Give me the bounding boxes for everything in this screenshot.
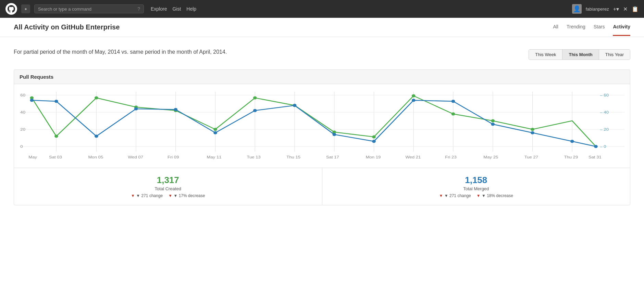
- github-logo[interactable]: [5, 3, 17, 15]
- top-navigation: ● ? Explore Gist Help 👤 fabianperez +▾ ✕…: [0, 0, 644, 18]
- period-description: For partial period of the month of May, …: [14, 48, 227, 56]
- created-change1-text: ▼ 271 change: [136, 193, 163, 198]
- total-merged-label: Total Merged: [328, 186, 625, 191]
- search-bar[interactable]: ?: [34, 4, 144, 13]
- chart-area: 60 40 20 0 – 60 – 40 – 20 – 0: [14, 84, 630, 164]
- down-arrow-icon3: ▼: [439, 193, 443, 198]
- down-arrow-icon1: ▼: [131, 193, 135, 198]
- svg-point-46: [253, 109, 257, 112]
- svg-point-32: [253, 96, 257, 100]
- this-year-button[interactable]: This Year: [599, 50, 630, 60]
- svg-point-27: [54, 135, 58, 138]
- pull-requests-chart-card: Pull Requests 60 40 20 0 – 60 – 40: [14, 69, 630, 205]
- svg-text:Wed 07: Wed 07: [128, 155, 143, 159]
- merged-change1-text: ▼ 271 change: [444, 193, 471, 198]
- svg-point-55: [594, 145, 598, 148]
- svg-point-47: [293, 104, 297, 107]
- svg-text:Tue 13: Tue 13: [247, 155, 261, 159]
- nav-links: Explore Gist Help: [151, 6, 196, 12]
- svg-text:Fri 09: Fri 09: [168, 155, 179, 159]
- down-arrow-icon2: ▼: [168, 193, 172, 198]
- total-created-label: Total Created: [20, 186, 317, 191]
- chart-svg: 60 40 20 0 – 60 – 40 – 20 – 0: [20, 88, 624, 164]
- search-help-icon: ?: [137, 6, 140, 12]
- svg-point-54: [570, 140, 574, 143]
- explore-link[interactable]: Explore: [151, 6, 167, 12]
- this-week-button[interactable]: This Week: [529, 50, 562, 60]
- stats-row: 1,317 Total Created ▼ ▼ 271 change ▼ ▼ 1…: [14, 168, 630, 205]
- total-merged-stat: 1,158 Total Merged ▼ ▼ 271 change ▼ ▼ 18…: [322, 168, 630, 205]
- svg-point-37: [451, 113, 455, 116]
- svg-text:Thu 29: Thu 29: [564, 155, 578, 159]
- tools-icon[interactable]: ✕: [623, 6, 628, 12]
- svg-point-43: [134, 107, 138, 111]
- svg-point-31: [213, 128, 217, 131]
- back-icon: ●: [24, 7, 27, 11]
- total-created-stat: 1,317 Total Created ▼ ▼ 271 change ▼ ▼ 1…: [14, 168, 322, 205]
- svg-text:Sat 17: Sat 17: [326, 155, 339, 159]
- svg-text:Fri 23: Fri 23: [445, 155, 457, 159]
- plus-button[interactable]: +▾: [613, 6, 619, 12]
- period-row: For partial period of the month of May, …: [14, 48, 630, 60]
- svg-point-35: [372, 136, 376, 139]
- svg-point-41: [54, 100, 58, 103]
- svg-text:0: 0: [20, 144, 23, 149]
- nav-right: 👤 fabianperez +▾ ✕ 📋: [572, 4, 639, 14]
- help-link[interactable]: Help: [186, 6, 196, 12]
- total-created-number: 1,317: [20, 175, 317, 185]
- svg-point-36: [412, 94, 416, 98]
- tab-stars[interactable]: Stars: [594, 18, 605, 36]
- svg-point-38: [491, 119, 495, 123]
- svg-text:May 11: May 11: [207, 155, 222, 159]
- svg-text:Sat 31: Sat 31: [589, 155, 602, 159]
- octocat-icon: [8, 5, 15, 13]
- total-merged-changes: ▼ ▼ 271 change ▼ ▼ 18% decrease: [328, 193, 625, 198]
- svg-text:Mon 19: Mon 19: [366, 155, 381, 159]
- svg-text:20: 20: [20, 127, 25, 132]
- this-month-button[interactable]: This Month: [562, 50, 599, 60]
- svg-text:May 25: May 25: [483, 155, 498, 159]
- merged-change2: ▼ ▼ 18% decrease: [476, 193, 513, 198]
- svg-text:Tue 27: Tue 27: [524, 155, 538, 159]
- merged-change2-text: ▼ 18% decrease: [482, 193, 513, 198]
- svg-point-52: [491, 123, 495, 126]
- chart-title: Pull Requests: [14, 70, 630, 84]
- svg-point-51: [451, 100, 455, 103]
- svg-text:– 60: – 60: [600, 93, 609, 98]
- username-label: fabianperez: [586, 7, 609, 12]
- svg-point-53: [531, 131, 534, 134]
- svg-text:May: May: [28, 155, 37, 159]
- page-title: All Activity on GitHub Enterprise: [14, 23, 120, 31]
- svg-text:Mon 05: Mon 05: [88, 155, 103, 159]
- search-input[interactable]: [38, 7, 135, 12]
- tab-all[interactable]: All: [553, 18, 558, 36]
- svg-point-49: [372, 140, 376, 143]
- main-content: For partial period of the month of May, …: [0, 37, 644, 216]
- svg-text:Wed 21: Wed 21: [405, 155, 421, 159]
- tab-trending[interactable]: Trending: [567, 18, 585, 36]
- period-buttons: This Week This Month This Year: [529, 49, 630, 60]
- svg-text:– 40: – 40: [600, 110, 609, 115]
- avatar: 👤: [572, 4, 582, 14]
- svg-text:– 20: – 20: [600, 127, 609, 132]
- svg-text:Thu 15: Thu 15: [286, 155, 300, 159]
- created-change2: ▼ ▼ 17% decrease: [168, 193, 205, 198]
- svg-text:40: 40: [20, 110, 25, 115]
- chart-svg-container: 60 40 20 0 – 60 – 40 – 20 – 0: [20, 88, 624, 164]
- created-change1: ▼ ▼ 271 change: [131, 193, 163, 198]
- svg-point-48: [332, 133, 336, 136]
- sub-nav-tabs: All Trending Stars Activity: [553, 18, 630, 36]
- svg-text:Sat 03: Sat 03: [49, 155, 62, 159]
- svg-point-28: [95, 96, 98, 100]
- inbox-icon[interactable]: 📋: [632, 6, 639, 12]
- svg-point-45: [213, 131, 217, 134]
- total-created-changes: ▼ ▼ 271 change ▼ ▼ 17% decrease: [20, 193, 317, 198]
- svg-text:60: 60: [20, 93, 25, 98]
- svg-point-50: [412, 99, 416, 102]
- back-button[interactable]: ●: [21, 4, 30, 13]
- svg-text:– 0: – 0: [600, 144, 606, 149]
- gist-link[interactable]: Gist: [172, 6, 181, 12]
- svg-point-40: [30, 99, 34, 102]
- tab-activity[interactable]: Activity: [613, 18, 630, 36]
- created-change2-text: ▼ 17% decrease: [173, 193, 205, 198]
